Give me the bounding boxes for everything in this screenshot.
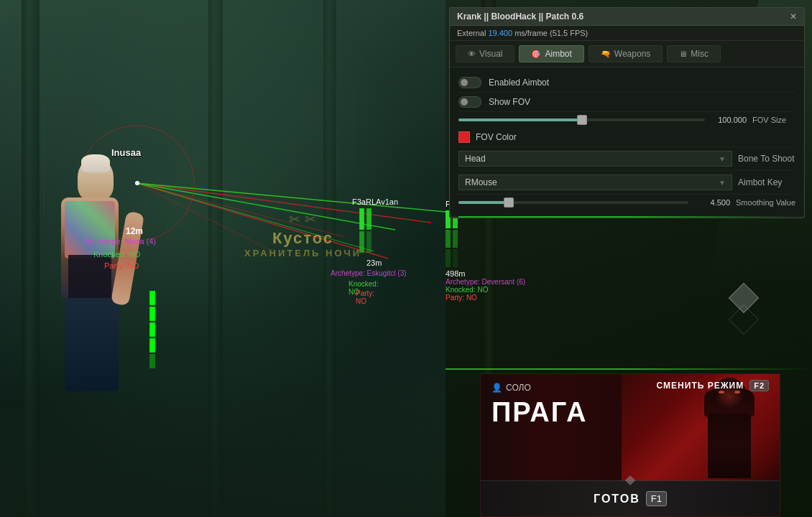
kustos-area: ✂ ✂ Кустос ХРАНИТЕЛЬ НОЧИ xyxy=(244,212,361,258)
fov-size-label: FOV Size xyxy=(752,116,795,124)
smoothing-label: Smoothing Value xyxy=(736,198,795,207)
aimbot-key-label: Aimbot Key xyxy=(738,177,795,187)
enemy2-name: F3aRLAv1an xyxy=(352,197,398,206)
fov-size-row: 100.000 FOV Size xyxy=(458,112,795,128)
hack-title: Krank || BloodHack || Patch 0.6 xyxy=(457,11,583,22)
enemy2-distance: 23m xyxy=(366,258,382,267)
kustos-subtitle: ХРАНИТЕЛЬ НОЧИ xyxy=(244,248,361,258)
show-fov-row: Show FOV xyxy=(458,93,795,112)
misc-icon: 🖥 xyxy=(679,50,687,58)
fov-slider-track[interactable] xyxy=(458,118,705,121)
tab-visual-label: Visual xyxy=(479,49,502,59)
smoothing-row: 4.500 Smoothing Value xyxy=(458,195,795,210)
fov-color-swatch[interactable] xyxy=(458,131,470,143)
player-name-inusaa: Inusaa xyxy=(111,147,141,158)
hack-fps-text: External 19.400 ms/frame (51.5 FPS) xyxy=(457,29,797,37)
enemy3-bar3 xyxy=(446,249,451,267)
arch-window-3 xyxy=(352,36,438,165)
char-figure xyxy=(701,378,758,478)
player-knocked-inusaa: Knocked: NO xyxy=(93,250,140,258)
bottom-right-panel: 👤 СОЛО СМЕНИТЬ РЕЖИМ F2 ПРАГА ГОТОВ F1 xyxy=(480,373,780,517)
change-mode-button[interactable]: СМЕНИТЬ РЕЖИМ F2 xyxy=(657,380,769,391)
enemy2-healthbars xyxy=(359,208,372,253)
show-fov-label: Show FOV xyxy=(489,97,795,107)
player-archetype-inusaa: Archetype: Muza (4) xyxy=(85,237,156,246)
enabled-aimbot-toggle[interactable] xyxy=(458,77,481,88)
player-dist-inusaa: 12m xyxy=(126,226,143,236)
player-torso xyxy=(61,197,119,298)
arch-window-2 xyxy=(223,29,338,187)
weapons-icon: 🔫 xyxy=(601,50,611,59)
aimbot-key-value: RMouse xyxy=(465,177,497,187)
solo-icon: 👤 xyxy=(492,383,502,393)
fov-slider-fill xyxy=(458,118,582,121)
aimbot-key-dropdown[interactable]: RMouse ▼ xyxy=(458,174,732,190)
player-party-inusaa: Party: NO xyxy=(104,261,139,270)
hack-panel: Krank || BloodHack || Patch 0.6 ✕ Extern… xyxy=(449,7,805,218)
fov-color-row: FOV Color xyxy=(458,128,795,147)
enemy2-archetype: Archetype: Eskugitcl (3) xyxy=(331,269,407,277)
health-segment-4 xyxy=(149,338,155,353)
fov-value: 100.000 xyxy=(711,116,747,124)
fov-slider-thumb[interactable] xyxy=(577,115,587,125)
player-legs xyxy=(65,298,119,391)
kustos-icon: ✂ ✂ xyxy=(244,212,361,228)
aimbot-icon: 🎯 xyxy=(531,50,541,59)
enemy3-bar5 xyxy=(453,230,458,248)
enemy2-bar-4 xyxy=(366,231,372,253)
enemy3-dist: 498m xyxy=(446,269,525,278)
player-head xyxy=(78,158,114,201)
health-segment-5 xyxy=(149,354,155,368)
player-health-bars xyxy=(149,291,155,368)
smoothing-slider-track[interactable] xyxy=(458,201,688,204)
smoothing-slider-fill xyxy=(458,201,509,204)
panel-bottom-line xyxy=(458,216,795,218)
health-segment-3 xyxy=(149,322,155,337)
bone-label: Bone To Shoot xyxy=(738,154,795,164)
solo-text: СОЛО xyxy=(506,383,531,393)
hack-fps-bar: External 19.400 ms/frame (51.5 FPS) xyxy=(450,26,804,41)
change-mode-label: СМЕНИТЬ РЕЖИМ xyxy=(657,381,744,391)
bone-shoot-row: Head ▼ Bone To Shoot xyxy=(458,147,795,171)
tab-aimbot[interactable]: 🎯 Aimbot xyxy=(519,45,583,62)
game-background: Inusaa 12m Archetype: Muza (4) Knocked: … xyxy=(0,0,446,517)
enemy3-bar2 xyxy=(446,230,451,248)
panel-solo-label: 👤 СОЛО xyxy=(492,383,531,393)
hack-tabs: 👁 Visual 🎯 Aimbot 🔫 Weapons 🖥 Misc xyxy=(450,41,804,67)
city-name: ПРАГА xyxy=(492,397,587,428)
hack-close-button[interactable]: ✕ xyxy=(790,11,797,22)
ready-key: F1 xyxy=(646,491,667,506)
green-separator-line xyxy=(446,368,812,370)
enemy3-knocked: Knocked: NO xyxy=(446,286,525,294)
bone-value: Head xyxy=(465,154,486,164)
bone-dropdown-arrow: ▼ xyxy=(719,155,726,163)
kustos-title: Кустос xyxy=(244,229,361,248)
tab-weapons[interactable]: 🔫 Weapons xyxy=(589,45,663,62)
tab-misc[interactable]: 🖥 Misc xyxy=(667,45,721,62)
ready-button[interactable]: ГОТОВ F1 xyxy=(481,480,780,516)
enemy-f3arlav1an: F3aRLAv1an 23m Archetype: Eskugitcl (3) … xyxy=(359,208,372,253)
change-mode-key: F2 xyxy=(749,380,769,391)
hack-content: Enabled Aimbot Show FOV 100.000 FOV Size… xyxy=(450,67,804,216)
loot-diamond-outer xyxy=(729,304,759,335)
visual-icon: 👁 xyxy=(468,50,476,58)
enemy3-party: Party: NO xyxy=(446,294,525,302)
smoothing-slider-thumb[interactable] xyxy=(504,197,514,208)
smoothing-value: 4.500 xyxy=(694,198,730,207)
enabled-aimbot-row: Enabled Aimbot xyxy=(458,73,795,93)
char-cloak xyxy=(708,414,751,478)
enabled-aimbot-label: Enabled Aimbot xyxy=(489,78,795,88)
tab-misc-label: Misc xyxy=(691,49,709,59)
health-segment-1 xyxy=(149,291,155,305)
tab-visual[interactable]: 👁 Visual xyxy=(456,45,515,62)
hack-title-bar: Krank || BloodHack || Patch 0.6 ✕ xyxy=(450,8,804,26)
aimbot-key-row: RMouse ▼ Aimbot Key xyxy=(458,171,795,195)
show-fov-toggle[interactable] xyxy=(458,96,481,108)
bone-dropdown[interactable]: Head ▼ xyxy=(458,151,732,167)
floor xyxy=(0,373,446,517)
tab-weapons-label: Weapons xyxy=(614,49,650,59)
enemy3-arch: Archetype: Deversant (6) xyxy=(446,278,525,286)
enemy2-party: Party: NO xyxy=(356,289,374,305)
ready-label: ГОТОВ xyxy=(594,493,640,506)
tab-aimbot-label: Aimbot xyxy=(545,49,571,59)
